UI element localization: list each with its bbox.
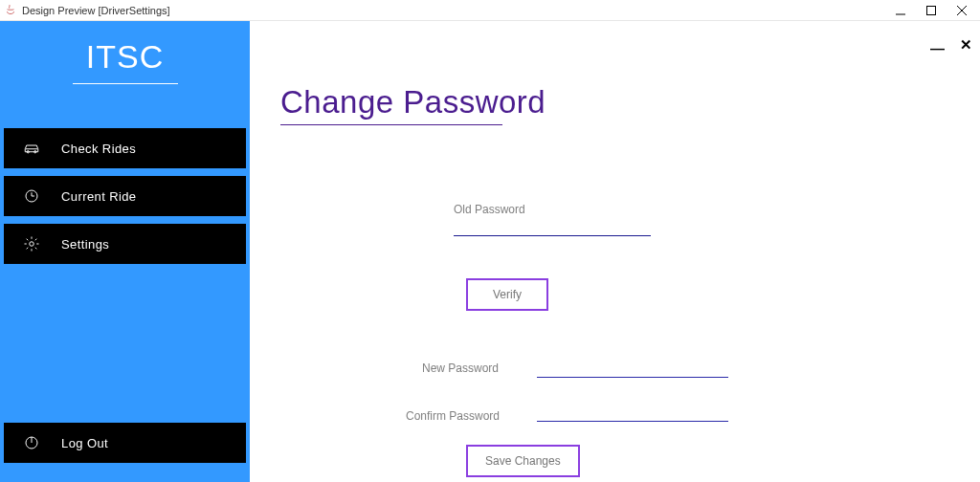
sidebar-item-settings[interactable]: Settings	[4, 224, 246, 264]
page-title-underline	[280, 124, 502, 125]
new-password-input[interactable]	[537, 359, 728, 378]
sidebar-item-label: Log Out	[56, 436, 108, 450]
inner-minimize-button[interactable]: —	[930, 40, 943, 57]
window-maximize-button[interactable]	[924, 4, 938, 17]
window-close-button[interactable]	[955, 4, 969, 17]
confirm-password-input[interactable]	[537, 403, 728, 422]
sidebar-item-current-ride[interactable]: Current Ride	[4, 176, 246, 216]
inner-close-button[interactable]: ✕	[960, 36, 972, 54]
sidebar: ITSC Check Rides Current Ride Settings	[0, 21, 250, 482]
sidebar-item-label: Current Ride	[56, 189, 137, 204]
car-icon	[4, 140, 56, 157]
main-content: — ✕ Change Password Old Password Verify …	[250, 21, 980, 482]
clock-icon	[4, 187, 56, 205]
java-icon	[4, 4, 17, 17]
save-changes-button[interactable]: Save Changes	[466, 445, 580, 477]
sidebar-item-logout[interactable]: Log Out	[4, 423, 246, 463]
sidebar-item-label: Check Rides	[56, 142, 136, 156]
brand-underline	[73, 83, 178, 84]
window-title: Design Preview [DriverSettings]	[22, 5, 170, 16]
old-password-input[interactable]	[454, 217, 651, 236]
svg-point-10	[30, 242, 34, 247]
svg-rect-1	[927, 6, 936, 14]
window-titlebar: Design Preview [DriverSettings]	[0, 0, 980, 21]
window-controls	[894, 4, 976, 17]
inner-window-controls: — ✕	[930, 36, 972, 54]
sidebar-item-label: Settings	[56, 237, 109, 252]
gear-icon	[4, 235, 56, 252]
sidebar-nav: Check Rides Current Ride Settings	[0, 128, 250, 264]
power-icon	[4, 434, 56, 451]
confirm-password-label: Confirm Password	[406, 406, 500, 424]
old-password-label: Old Password	[454, 200, 525, 217]
sidebar-item-check-rides[interactable]: Check Rides	[4, 128, 246, 168]
window-minimize-button[interactable]	[894, 4, 907, 17]
page-title: Change Password	[280, 84, 980, 120]
verify-button[interactable]: Verify	[466, 278, 548, 311]
brand-logo: ITSC	[0, 21, 250, 81]
new-password-label: New Password	[422, 359, 499, 376]
